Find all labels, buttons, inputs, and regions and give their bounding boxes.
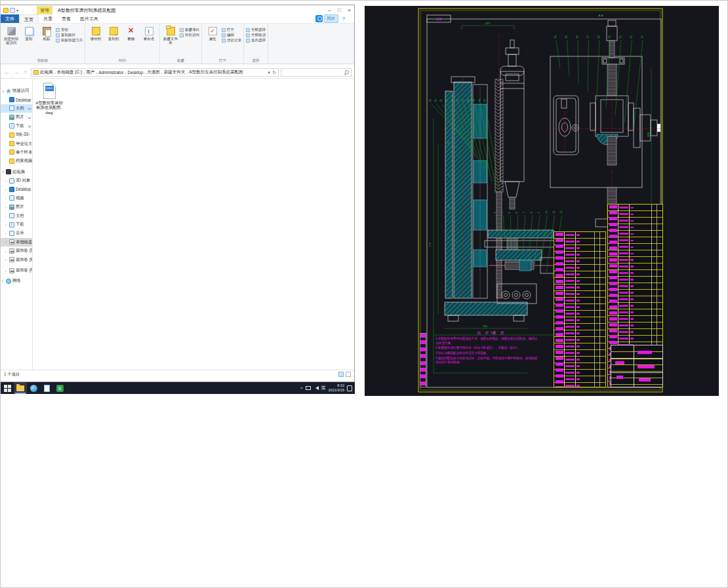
up-icon[interactable]: ↑: [22, 69, 29, 75]
svg-text:8: 8: [529, 211, 533, 214]
sidebar-item-音乐[interactable]: ›音乐: [1, 229, 32, 237]
ribbon-small-button[interactable]: 轻松访问: [180, 33, 199, 37]
taskbar-document-icon[interactable]: [40, 382, 53, 394]
sidebar-item-新加卷 (F:)[interactable]: ›新加卷 (F:): [1, 266, 32, 275]
obj-icon: [9, 178, 14, 184]
address-dropdown-icon[interactable]: ▾: [268, 70, 271, 75]
minimize-button[interactable]: –: [325, 6, 334, 14]
sidebar-item-下载[interactable]: 下载: [1, 122, 32, 130]
start-button[interactable]: [1, 382, 14, 394]
sidebar-item-文档[interactable]: 文档: [1, 104, 32, 113]
speaker-icon[interactable]: [313, 386, 319, 390]
context-tab-badge[interactable]: 管理: [37, 6, 52, 14]
breadcrumb-segment[interactable]: 用户: [86, 69, 94, 75]
ribbon-small-button[interactable]: 编辑: [222, 33, 241, 37]
ribbon-small-button[interactable]: 新建项目: [180, 28, 199, 32]
sidebar-item-9级-33-（扩大版）[interactable]: 9级-33-（扩大版）: [1, 130, 32, 139]
close-button[interactable]: ×: [344, 6, 354, 14]
forward-icon[interactable]: →: [12, 69, 20, 75]
sidebar-item-新加卷 (D:)[interactable]: ›新加卷 (D:): [1, 246, 32, 255]
ribbon-button[interactable]: 删除: [123, 26, 140, 41]
title-block: [611, 345, 663, 387]
breadcrumb-segment[interactable]: 此电脑: [40, 69, 53, 75]
ribbon-small-button[interactable]: 全部取消: [246, 33, 266, 37]
ribbon-tab-row: 文件 主页共享查看图片工具 同步 ?: [1, 15, 354, 24]
ribbon-right-badge[interactable]: 同步 ?: [315, 14, 345, 23]
breadcrumb-segment[interactable]: Administrator: [98, 70, 123, 75]
ribbon-small-button[interactable]: 剪切: [56, 28, 83, 32]
taskbar-notes-icon[interactable]: S: [53, 382, 66, 394]
breadcrumb-segment[interactable]: A型数控车床控制系统装配图: [189, 69, 243, 75]
sidebar-item-快速访问[interactable]: ∨快速访问: [1, 87, 32, 95]
sidebar-item-档案视频[interactable]: 档案视频: [1, 157, 32, 165]
sidebar-item-文档[interactable]: ›文档: [1, 211, 32, 220]
tray-expand-icon[interactable]: ^: [300, 386, 302, 391]
display-icon[interactable]: [306, 386, 311, 390]
tab-查看[interactable]: 查看: [57, 14, 75, 23]
search-input[interactable]: [281, 68, 352, 77]
thumbnail-view-icon[interactable]: [346, 372, 351, 377]
ribbon-small-button[interactable]: 打开: [222, 28, 241, 32]
breadcrumb-segment[interactable]: 大漫图: [147, 69, 160, 75]
tab-共享[interactable]: 共享: [39, 14, 57, 23]
ribbon-group: 全部选择全部取消反向选择选择: [244, 24, 268, 64]
notification-center-icon[interactable]: [347, 385, 352, 391]
ribbon-button[interactable]: 粘贴: [38, 26, 55, 41]
ribbon-small-button[interactable]: 全部选择: [246, 28, 266, 32]
sidebar-item-Desktop[interactable]: ›Desktop: [1, 185, 32, 193]
cad-drawing-viewport[interactable]: 1:2 A-A: [365, 6, 719, 396]
sidebar-item-3D 对象[interactable]: ›3D 对象: [1, 176, 32, 185]
sidebar-item-下载[interactable]: ›下载: [1, 220, 32, 229]
desk-icon: [9, 97, 14, 102]
back-icon[interactable]: ←: [3, 69, 10, 75]
tab-主页[interactable]: 主页: [19, 14, 39, 23]
help-icon[interactable]: ?: [342, 16, 345, 22]
cad-sheet: 1:2 A-A: [365, 6, 719, 396]
ribbon-button[interactable]: 新建文件夹: [162, 26, 179, 45]
sidebar-item-毕业论文文件[interactable]: 毕业论文文件: [1, 139, 32, 147]
sidebar-item-新加卷 (E:)[interactable]: ›新加卷 (E:): [1, 255, 32, 264]
file-item-dwg[interactable]: DWG A型数控车床控制系统装配图.dwg: [35, 83, 63, 115]
ribbon-button[interactable]: 移动到: [87, 26, 104, 41]
refresh-icon[interactable]: ↻: [272, 70, 276, 75]
quick-access-toolbar[interactable]: ▾: [3, 8, 18, 13]
taskbar-browser-icon[interactable]: [27, 382, 40, 394]
tab-图片工具[interactable]: 图片工具: [75, 14, 103, 23]
taskbar-file-explorer-icon[interactable]: [14, 382, 27, 394]
svg-text:31: 31: [629, 34, 634, 39]
svg-text:14: 14: [477, 98, 481, 102]
ribbon-small-button[interactable]: 复制路径: [56, 33, 83, 37]
search-icon: [345, 70, 349, 74]
breadcrumb-segment[interactable]: 本地磁盘 (C:): [57, 69, 83, 75]
breadcrumb-segment[interactable]: 新建文件夹: [164, 69, 186, 75]
breadcrumb-segment[interactable]: Desktop: [127, 70, 143, 75]
sidebar-item-单个样本材料图纸[interactable]: 单个样本材料图纸: [1, 148, 32, 157]
ribbon-button[interactable]: 复制到: [105, 26, 122, 41]
file-list-pane[interactable]: DWG A型数控车床控制系统装配图.dwg: [33, 79, 354, 370]
prop-icon: [209, 27, 217, 35]
sidebar-item-图片[interactable]: 图片: [1, 113, 32, 121]
input-language-indicator[interactable]: 英: [321, 385, 326, 391]
tab-file[interactable]: 文件: [1, 14, 19, 23]
tab-list: 主页共享查看图片工具: [19, 14, 103, 23]
ribbon-button[interactable]: 属性: [204, 26, 221, 41]
ribbon-button[interactable]: 复制: [20, 26, 37, 41]
ribbon-button[interactable]: 重命名: [140, 26, 157, 41]
ribbon-small-button[interactable]: 反向选择: [246, 38, 266, 43]
sidebar-item-本地磁盘 (C:)[interactable]: ›本地磁盘 (C:): [1, 238, 32, 246]
maximize-button[interactable]: □: [334, 6, 344, 14]
ribbon-button[interactable]: 固定到快速访问: [3, 26, 20, 45]
sidebar-item-图片[interactable]: ›图片: [1, 203, 32, 211]
sidebar-item-Desktop[interactable]: Desktop: [1, 95, 32, 104]
sidebar-item-网络[interactable]: ›网络: [1, 277, 32, 285]
clock[interactable]: 8:32 2021/3/29: [329, 383, 344, 392]
details-view-icon[interactable]: [338, 372, 344, 377]
sidebar-item-此电脑[interactable]: ∨此电脑: [1, 168, 32, 176]
ribbon-small-button[interactable]: 历史记录: [222, 38, 241, 43]
svg-text:23: 23: [428, 98, 432, 102]
sidebar-item-视频[interactable]: ›视频: [1, 194, 32, 203]
breadcrumb[interactable]: 此电脑›本地磁盘 (C:)›用户›Administrator›Desktop›大…: [31, 68, 279, 77]
drv-icon: [9, 268, 14, 273]
qat-dropdown-icon[interactable]: ▾: [16, 8, 18, 12]
ribbon-small-button[interactable]: 粘贴快捷方式: [56, 38, 83, 43]
